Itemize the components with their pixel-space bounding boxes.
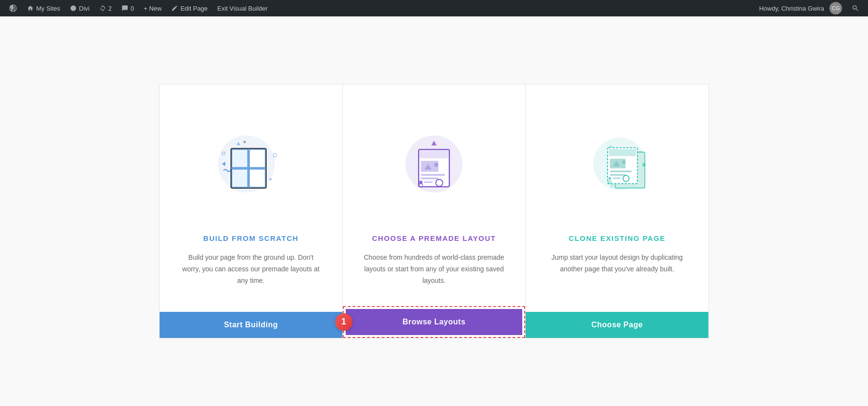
svg-point-50 bbox=[608, 177, 610, 180]
card-premade: CHOOSE A PREMADE LAYOUT Choose from hund… bbox=[342, 84, 526, 338]
svg-rect-48 bbox=[610, 170, 631, 172]
updates-count: 2 bbox=[108, 5, 112, 12]
edit-page-label: Edit Page bbox=[180, 5, 207, 12]
updates-icon bbox=[99, 5, 106, 12]
scratch-title: BUILD FROM SCRATCH bbox=[203, 234, 299, 242]
comments-link[interactable]: 0 bbox=[117, 0, 139, 16]
svg-rect-16 bbox=[250, 150, 266, 168]
clone-description: Jump start your layout design by duplica… bbox=[545, 252, 689, 292]
premade-description: Choose from hundreds of world-class prem… bbox=[362, 252, 506, 286]
badge-circle: 1 bbox=[335, 313, 353, 331]
svg-rect-34 bbox=[424, 182, 433, 183]
premade-footer: 1 Browse Layouts bbox=[343, 306, 526, 338]
divi-icon bbox=[70, 5, 77, 12]
wordpress-icon bbox=[9, 4, 17, 13]
svg-point-4 bbox=[273, 154, 277, 157]
svg-rect-51 bbox=[613, 178, 621, 179]
main-content: BUILD FROM SCRATCH Build your page from … bbox=[0, 16, 868, 406]
user-greeting-link[interactable]: Howdy, Christina Gwira CG bbox=[754, 2, 847, 14]
premade-illustration bbox=[381, 109, 487, 215]
search-link[interactable] bbox=[847, 4, 864, 12]
svg-point-30 bbox=[434, 163, 438, 167]
scratch-illustration bbox=[198, 109, 304, 215]
scratch-footer: Start Building bbox=[160, 312, 342, 338]
svg-rect-14 bbox=[232, 150, 248, 168]
updates-link[interactable]: 2 bbox=[95, 0, 117, 16]
top-navbar: My Sites Divi 2 0 + New Edit Page Exit V… bbox=[0, 0, 868, 16]
edit-page-link[interactable]: Edit Page bbox=[166, 0, 212, 16]
divi-label: Divi bbox=[79, 5, 90, 12]
svg-rect-44 bbox=[609, 149, 636, 156]
home-icon bbox=[27, 5, 34, 12]
svg-rect-15 bbox=[232, 169, 248, 187]
my-sites-link[interactable]: My Sites bbox=[22, 0, 65, 16]
clone-title: CLONE EXISTING PAGE bbox=[569, 234, 665, 242]
edit-icon bbox=[171, 5, 178, 12]
user-greeting: Howdy, Christina Gwira bbox=[759, 5, 824, 12]
svg-rect-31 bbox=[421, 174, 445, 176]
svg-rect-32 bbox=[421, 178, 438, 180]
browse-layouts-button[interactable]: Browse Layouts bbox=[346, 309, 523, 335]
scratch-description: Build your page from the ground up. Don'… bbox=[179, 252, 323, 292]
divi-link[interactable]: Divi bbox=[65, 0, 95, 16]
svg-rect-49 bbox=[610, 174, 625, 176]
svg-rect-17 bbox=[250, 169, 266, 187]
comments-count: 0 bbox=[131, 5, 134, 12]
svg-point-0 bbox=[70, 5, 76, 11]
search-icon bbox=[852, 4, 859, 12]
exit-builder-link[interactable]: Exit Visual Builder bbox=[213, 0, 273, 16]
choose-page-button[interactable]: Choose Page bbox=[526, 312, 708, 338]
clone-footer: Choose Page bbox=[526, 312, 708, 338]
exit-builder-label: Exit Visual Builder bbox=[217, 5, 268, 12]
card-clone: CLONE EXISTING PAGE Jump start your layo… bbox=[526, 84, 709, 338]
browse-btn-wrapper: 1 Browse Layouts bbox=[343, 306, 526, 338]
new-link[interactable]: + New bbox=[139, 0, 166, 16]
new-label: + New bbox=[144, 5, 162, 12]
premade-title: CHOOSE A PREMADE LAYOUT bbox=[372, 234, 496, 242]
svg-point-6 bbox=[270, 178, 272, 181]
cards-container: BUILD FROM SCRATCH Build your page from … bbox=[159, 84, 709, 338]
nav-right: Howdy, Christina Gwira CG bbox=[754, 2, 864, 14]
clone-illustration bbox=[564, 109, 670, 215]
my-sites-label: My Sites bbox=[36, 5, 60, 12]
avatar: CG bbox=[829, 2, 842, 14]
svg-point-47 bbox=[622, 161, 625, 164]
comments-icon bbox=[122, 5, 128, 12]
card-scratch: BUILD FROM SCRATCH Build your page from … bbox=[159, 84, 342, 338]
svg-point-19 bbox=[244, 141, 246, 143]
start-building-button[interactable]: Start Building bbox=[160, 312, 342, 338]
wordpress-home-link[interactable] bbox=[4, 0, 22, 16]
svg-rect-27 bbox=[420, 151, 448, 158]
